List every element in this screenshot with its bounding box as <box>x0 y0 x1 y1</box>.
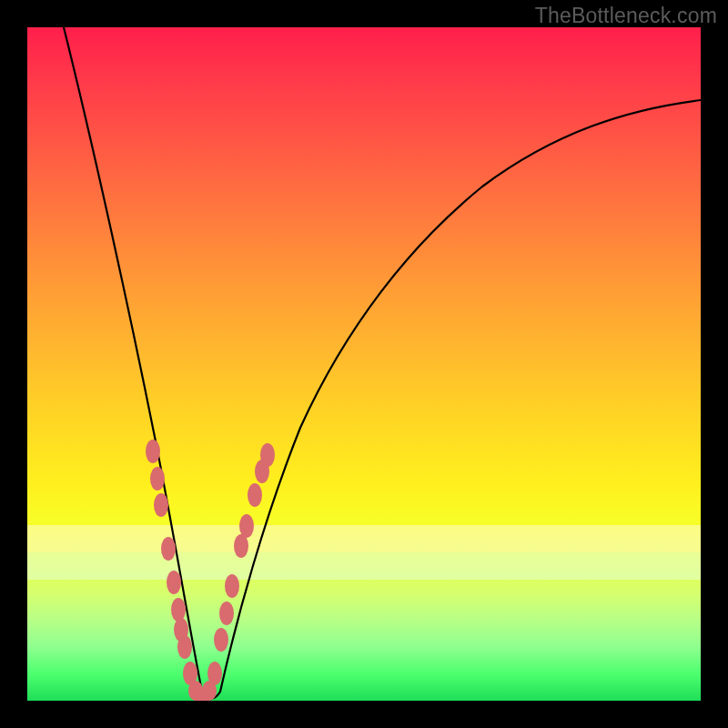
data-marker <box>207 662 222 685</box>
data-marker <box>161 537 176 561</box>
data-marker <box>167 571 181 594</box>
data-marker <box>219 602 234 625</box>
curve-layer <box>27 27 701 701</box>
data-marker <box>202 681 217 701</box>
data-marker <box>154 493 168 517</box>
watermark-text: TheBottleneck.com <box>535 4 717 28</box>
data-marker <box>248 483 262 507</box>
data-marker <box>194 689 210 701</box>
band-pale-green <box>27 552 701 580</box>
data-marker <box>146 440 160 463</box>
bottleneck-curve <box>64 27 701 699</box>
data-marker <box>260 443 275 467</box>
data-marker <box>239 514 254 538</box>
data-marker <box>188 681 203 701</box>
data-marker <box>225 574 239 598</box>
chart-stage: TheBottleneck.com <box>0 0 728 728</box>
data-marker <box>255 460 269 483</box>
data-marker <box>234 534 248 558</box>
data-marker <box>171 598 186 622</box>
data-marker <box>177 635 192 659</box>
band-pale-yellow <box>27 525 701 552</box>
data-marker <box>150 467 165 490</box>
data-marker <box>183 662 197 685</box>
marker-group <box>146 440 275 701</box>
data-marker <box>214 628 228 652</box>
data-marker <box>174 618 188 642</box>
plot-area <box>27 27 701 701</box>
